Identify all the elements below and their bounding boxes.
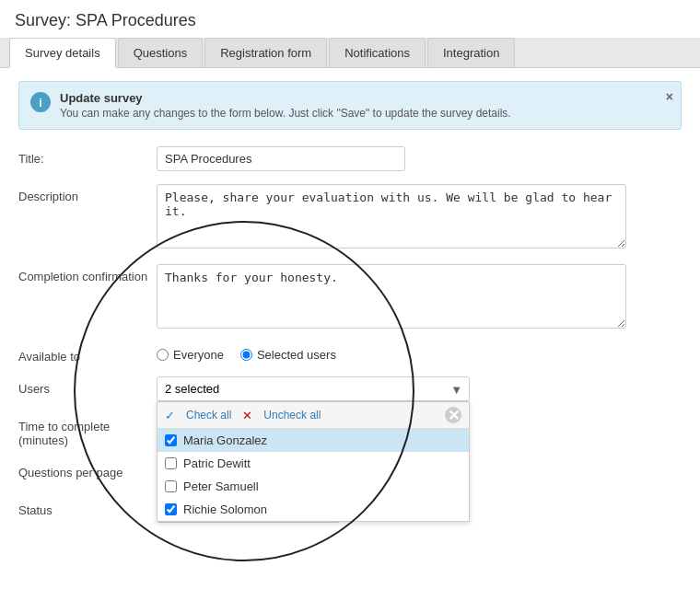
item-label-1: Patric Dewitt [183,456,251,470]
close-banner-button[interactable]: × [666,89,673,104]
item-label-0: Maria Gonzalez [183,433,267,447]
dropdown-items-list: Maria Gonzalez Patric Dewitt Peter Samue… [158,429,469,521]
description-control: Please, share your evaluation with us. W… [157,184,682,251]
tab-integration[interactable]: Integration [427,38,515,67]
tab-survey-details[interactable]: Survey details [9,38,116,68]
info-icon: i [30,92,51,112]
item-label-2: Peter Samuell [183,479,259,493]
check-mark-icon: ✓ [165,409,175,422]
available-label: Available to [18,344,157,364]
list-item[interactable]: Peter Samuell [158,475,469,498]
tab-registration-form[interactable]: Registration form [204,38,327,67]
item-checkbox-2[interactable] [165,480,177,492]
title-input[interactable] [157,146,405,171]
radio-selected-users[interactable]: Selected users [240,348,336,362]
available-row: Available to Everyone Selected users [18,344,682,364]
radio-everyone-label: Everyone [173,348,224,362]
time-label: Time to complete (minutes) [18,414,157,447]
x-mark-icon: ✕ [242,409,252,422]
completion-label: Completion confirmation [18,264,157,283]
completion-control: Thanks for your honesty. [157,264,682,331]
description-row: Description Please, share your evaluatio… [18,184,682,251]
item-checkbox-0[interactable] [165,434,177,446]
check-all-link[interactable]: Check all [186,409,231,422]
item-checkbox-1[interactable] [165,457,177,469]
radio-selected-users-label: Selected users [257,348,336,362]
banner-subtitle: You can make any changes to the form bel… [60,107,511,120]
available-control: Everyone Selected users [157,344,682,362]
title-label: Title: [18,146,157,166]
banner-title: Update survey [60,91,511,105]
uncheck-all-link[interactable]: Uncheck all [263,409,321,422]
status-label: Status [18,498,157,517]
close-dropdown-button[interactable]: ✕ [445,407,461,423]
completion-textarea[interactable]: Thanks for your honesty. [157,264,626,329]
radio-group: Everyone Selected users [157,344,682,362]
item-label-3: Richie Solomon [183,502,267,516]
list-item[interactable]: Richie Solomon [158,498,469,521]
description-textarea[interactable]: Please, share your evaluation with us. W… [157,184,626,248]
radio-everyone-input[interactable] [157,349,169,361]
completion-row: Completion confirmation Thanks for your … [18,264,682,331]
item-checkbox-3[interactable] [165,503,177,515]
radio-everyone[interactable]: Everyone [157,348,224,362]
tabs-bar: Survey details Questions Registration fo… [0,38,700,68]
list-item[interactable]: Patric Dewitt [158,452,469,475]
info-banner: i Update survey You can make any changes… [18,81,682,130]
users-select[interactable]: 2 selected [157,376,470,401]
banner-text: Update survey You can make any changes t… [60,91,511,120]
title-row: Title: [18,146,682,171]
tab-notifications[interactable]: Notifications [329,38,426,67]
questions-label: Questions per page [18,460,157,479]
description-label: Description [18,184,157,203]
users-dropdown-panel: ✓ Check all ✕ Uncheck all ✕ Maria Gonzal… [157,401,470,522]
content-area: i Update survey You can make any changes… [0,68,700,549]
users-control: 2 selected ▼ ✓ Check all ✕ Uncheck all ✕ [157,376,682,401]
users-select-wrapper: 2 selected ▼ ✓ Check all ✕ Uncheck all ✕ [157,376,470,401]
users-label: Users [18,376,157,396]
tab-questions[interactable]: Questions [118,38,204,67]
radio-selected-users-input[interactable] [240,349,252,361]
list-item[interactable]: Maria Gonzalez [158,429,469,452]
page-title: Survey: SPA Procedures [0,0,700,38]
dropdown-actions-bar: ✓ Check all ✕ Uncheck all ✕ [158,402,469,429]
title-control [157,146,682,171]
users-row: Users 2 selected ▼ ✓ Check all ✕ Uncheck… [18,376,682,401]
